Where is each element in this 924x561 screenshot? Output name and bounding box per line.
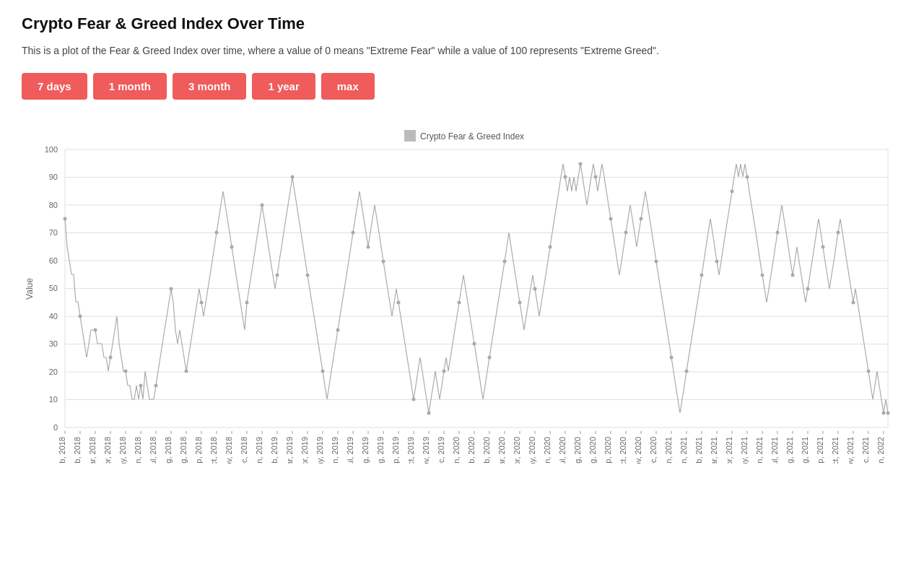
svg-text:8 Jan, 2019: 8 Jan, 2019 bbox=[255, 437, 263, 464]
svg-text:23 Sep, 2020: 23 Sep, 2020 bbox=[603, 437, 612, 464]
svg-point-172 bbox=[624, 231, 628, 235]
svg-text:4 Aug, 2019: 4 Aug, 2019 bbox=[361, 437, 370, 464]
svg-point-187 bbox=[852, 301, 855, 305]
svg-text:14 Nov, 2020: 14 Nov, 2020 bbox=[634, 437, 642, 464]
svg-text:14 Jun, 2018: 14 Jun, 2018 bbox=[134, 437, 142, 464]
svg-text:1 Feb, 2018: 1 Feb, 2018 bbox=[58, 437, 66, 464]
svg-text:26 Sep, 2018: 26 Sep, 2018 bbox=[194, 437, 203, 464]
svg-point-173 bbox=[640, 217, 643, 221]
svg-point-138 bbox=[109, 356, 113, 360]
svg-point-136 bbox=[79, 315, 82, 318]
svg-point-163 bbox=[488, 356, 492, 360]
svg-point-185 bbox=[821, 245, 825, 249]
svg-text:27 Feb, 2018: 27 Feb, 2018 bbox=[73, 437, 82, 464]
svg-point-157 bbox=[397, 301, 401, 305]
svg-point-140 bbox=[139, 384, 143, 388]
btn-1year[interactable]: 1 year bbox=[252, 73, 315, 100]
svg-point-176 bbox=[685, 370, 689, 373]
svg-text:80: 80 bbox=[49, 201, 58, 209]
btn-max[interactable]: max bbox=[321, 73, 375, 100]
svg-point-166 bbox=[533, 287, 537, 291]
svg-text:21 Oct, 2019: 21 Oct, 2019 bbox=[406, 437, 415, 464]
svg-text:27 Aug, 2021: 27 Aug, 2021 bbox=[801, 437, 809, 464]
svg-text:4 Jan, 2022: 4 Jan, 2022 bbox=[876, 437, 885, 464]
legend-label: Crypto Fear & Greed Index bbox=[420, 131, 524, 142]
svg-text:20 Apr, 2020: 20 Apr, 2020 bbox=[513, 437, 521, 464]
svg-point-168 bbox=[564, 175, 567, 179]
svg-point-183 bbox=[791, 274, 795, 277]
svg-text:7 Jul, 2020: 7 Jul, 2020 bbox=[558, 437, 567, 464]
svg-text:26 Feb, 2021: 26 Feb, 2021 bbox=[694, 437, 703, 464]
svg-point-145 bbox=[215, 231, 219, 235]
svg-point-142 bbox=[170, 287, 173, 291]
svg-text:9 Jul, 2019: 9 Jul, 2019 bbox=[346, 437, 354, 464]
svg-point-160 bbox=[443, 370, 446, 373]
svg-point-174 bbox=[655, 260, 658, 264]
fear-greed-chart: Crypto Fear & Greed Index 0 10 20 30 40 … bbox=[22, 117, 902, 464]
svg-text:90: 90 bbox=[49, 173, 58, 181]
svg-text:Value: Value bbox=[25, 278, 35, 300]
svg-text:10: 10 bbox=[49, 395, 58, 404]
svg-text:12 Dec, 2019: 12 Dec, 2019 bbox=[437, 437, 445, 464]
svg-text:2 Feb, 2020: 2 Feb, 2020 bbox=[467, 437, 476, 464]
svg-point-162 bbox=[473, 342, 476, 346]
svg-text:13 Jun, 2019: 13 Jun, 2019 bbox=[331, 437, 339, 464]
svg-point-171 bbox=[609, 217, 613, 221]
svg-text:22 Oct, 2018: 22 Oct, 2018 bbox=[209, 437, 218, 464]
svg-text:19 Oct, 2020: 19 Oct, 2020 bbox=[619, 437, 627, 464]
svg-point-190 bbox=[886, 412, 890, 415]
svg-point-155 bbox=[367, 245, 370, 249]
svg-point-182 bbox=[776, 231, 780, 235]
svg-text:10 Jul, 2018: 10 Jul, 2018 bbox=[149, 437, 157, 464]
svg-text:24 Mar, 2021: 24 Mar, 2021 bbox=[710, 437, 718, 464]
svg-text:15 May, 2021: 15 May, 2021 bbox=[740, 437, 749, 464]
svg-text:10 Dec, 2020: 10 Dec, 2020 bbox=[649, 437, 658, 464]
svg-point-152 bbox=[321, 370, 325, 373]
svg-point-154 bbox=[352, 231, 355, 235]
svg-text:22 Sep, 2021: 22 Sep, 2021 bbox=[816, 437, 824, 464]
svg-text:22 Apr, 2019: 22 Apr, 2019 bbox=[300, 437, 309, 464]
svg-point-184 bbox=[806, 287, 810, 291]
svg-text:31 Jan, 2021: 31 Jan, 2021 bbox=[679, 437, 688, 464]
svg-text:19 May, 2018: 19 May, 2018 bbox=[118, 437, 127, 464]
svg-text:10 Jun, 2021: 10 Jun, 2021 bbox=[755, 437, 764, 464]
svg-point-149 bbox=[276, 274, 279, 277]
svg-text:5 Aug, 2018: 5 Aug, 2018 bbox=[164, 437, 173, 464]
svg-text:50: 50 bbox=[49, 284, 58, 292]
svg-text:2 Aug, 2020: 2 Aug, 2020 bbox=[573, 437, 582, 464]
legend-color-box bbox=[404, 130, 416, 142]
svg-text:13 Dec, 2018: 13 Dec, 2018 bbox=[240, 437, 248, 464]
btn-1month[interactable]: 1 month bbox=[93, 73, 167, 100]
svg-point-148 bbox=[261, 204, 264, 207]
svg-text:16 May, 2020: 16 May, 2020 bbox=[528, 437, 536, 464]
svg-text:18 May, 2019: 18 May, 2019 bbox=[315, 437, 324, 464]
btn-7days[interactable]: 7 days bbox=[22, 73, 87, 100]
svg-point-169 bbox=[579, 162, 583, 166]
svg-point-139 bbox=[124, 370, 128, 373]
svg-text:1 Aug, 2021: 1 Aug, 2021 bbox=[785, 437, 794, 464]
svg-text:30 Aug, 2019: 30 Aug, 2019 bbox=[376, 437, 385, 464]
page-title: Crypto Fear & Greed Index Over Time bbox=[22, 14, 902, 33]
svg-point-170 bbox=[594, 175, 598, 179]
svg-point-153 bbox=[336, 329, 340, 332]
btn-3month[interactable]: 3 month bbox=[173, 73, 246, 100]
svg-point-179 bbox=[731, 190, 734, 193]
svg-text:16 Nov, 2019: 16 Nov, 2019 bbox=[422, 437, 430, 464]
svg-point-165 bbox=[518, 301, 522, 305]
svg-point-189 bbox=[882, 412, 886, 415]
svg-text:100: 100 bbox=[45, 145, 58, 154]
svg-point-143 bbox=[185, 370, 188, 373]
svg-point-147 bbox=[245, 301, 249, 305]
svg-text:3 Feb, 2019: 3 Feb, 2019 bbox=[270, 437, 279, 464]
svg-text:60: 60 bbox=[49, 256, 58, 265]
svg-text:40: 40 bbox=[49, 312, 58, 321]
svg-text:7 Jan, 2020: 7 Jan, 2020 bbox=[452, 437, 461, 464]
svg-text:28 Feb, 2020: 28 Feb, 2020 bbox=[482, 437, 491, 464]
svg-point-167 bbox=[549, 245, 552, 249]
svg-text:28 Aug, 2020: 28 Aug, 2020 bbox=[588, 437, 597, 464]
svg-point-178 bbox=[715, 260, 719, 264]
svg-point-177 bbox=[700, 274, 704, 277]
svg-text:19 Apr, 2021: 19 Apr, 2021 bbox=[725, 437, 733, 464]
chart-container: Crypto Fear & Greed Index 0 10 20 30 40 … bbox=[22, 117, 902, 464]
svg-point-159 bbox=[427, 412, 431, 415]
